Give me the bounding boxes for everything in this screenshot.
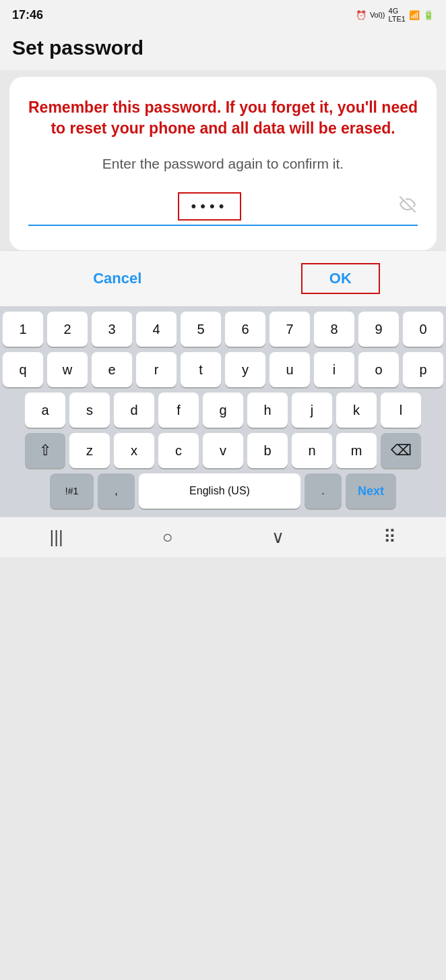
signal-icon: 📶	[409, 10, 420, 20]
key-o[interactable]: o	[358, 352, 399, 387]
key-c[interactable]: c	[158, 433, 199, 468]
key-g[interactable]: g	[203, 393, 243, 428]
symbols-key[interactable]: !#1	[50, 473, 94, 509]
key-f[interactable]: f	[158, 393, 199, 428]
key-y[interactable]: y	[225, 352, 265, 387]
key-x[interactable]: x	[114, 433, 154, 468]
back-nav-icon[interactable]: |||	[50, 527, 63, 548]
keyboard-row-numbers: 1 2 3 4 5 6 7 8 9 0	[3, 312, 443, 347]
key-r[interactable]: r	[136, 352, 177, 387]
alarm-icon: ⏰	[356, 10, 367, 20]
cancel-button[interactable]: Cancel	[66, 264, 168, 293]
key-5[interactable]: 5	[181, 312, 221, 347]
key-s[interactable]: s	[69, 393, 110, 428]
key-m[interactable]: m	[336, 433, 377, 468]
key-h[interactable]: h	[247, 393, 288, 428]
key-t[interactable]: t	[181, 352, 221, 387]
key-e[interactable]: e	[92, 352, 132, 387]
toggle-password-visibility-icon[interactable]	[397, 196, 418, 217]
comma-key[interactable]: ,	[98, 473, 135, 509]
keyboard-row-qwerty: q w e r t y u i o p	[3, 352, 443, 387]
page-title: Set password	[12, 36, 434, 59]
recents-nav-icon[interactable]: ∨	[272, 527, 284, 548]
key-w[interactable]: w	[47, 352, 88, 387]
status-icons: ⏰ Vol)) 4GLTE1 📶 🔋	[356, 7, 434, 23]
keyboard-row-bottom: !#1 , English (US) . Next	[3, 473, 443, 509]
key-q[interactable]: q	[3, 352, 43, 387]
space-key[interactable]: English (US)	[139, 473, 300, 509]
key-p[interactable]: p	[403, 352, 443, 387]
key-2[interactable]: 2	[47, 312, 88, 347]
key-7[interactable]: 7	[269, 312, 310, 347]
home-nav-icon[interactable]: ○	[162, 527, 173, 548]
ok-button[interactable]: OK	[301, 263, 380, 294]
status-time: 17:46	[12, 8, 43, 22]
backspace-key[interactable]: ⌫	[381, 433, 421, 468]
key-v[interactable]: v	[203, 433, 243, 468]
key-i[interactable]: i	[314, 352, 354, 387]
period-key[interactable]: .	[305, 473, 342, 509]
password-dots-display: ••••	[178, 192, 242, 221]
key-d[interactable]: d	[114, 393, 154, 428]
shift-key[interactable]: ⇧	[25, 433, 65, 468]
network-type-icon: 4GLTE1	[389, 7, 406, 23]
key-n[interactable]: n	[292, 433, 332, 468]
confirm-text: Enter the password again to confirm it.	[28, 154, 418, 173]
dialog-buttons: Cancel OK	[0, 250, 446, 306]
page-header: Set password	[0, 27, 446, 70]
key-z[interactable]: z	[69, 433, 110, 468]
key-0[interactable]: 0	[403, 312, 443, 347]
key-k[interactable]: k	[336, 393, 377, 428]
key-b[interactable]: b	[247, 433, 288, 468]
password-input-row: ••••	[28, 192, 418, 226]
next-key[interactable]: Next	[346, 473, 396, 509]
key-6[interactable]: 6	[225, 312, 265, 347]
nav-bar: ||| ○ ∨ ⠿	[0, 517, 446, 557]
keyboard-row-asdf: a s d f g h j k l	[3, 393, 443, 428]
keyboard: 1 2 3 4 5 6 7 8 9 0 q w e r t y u i o p …	[0, 306, 446, 517]
key-u[interactable]: u	[269, 352, 310, 387]
key-j[interactable]: j	[292, 393, 332, 428]
battery-icon: 🔋	[423, 10, 434, 20]
dialog-card: Remember this password. If you forget it…	[9, 77, 437, 250]
warning-text: Remember this password. If you forget it…	[28, 97, 418, 139]
keyboard-row-zxcv: ⇧ z x c v b n m ⌫	[3, 433, 443, 468]
status-bar: 17:46 ⏰ Vol)) 4GLTE1 📶 🔋	[0, 0, 446, 27]
key-9[interactable]: 9	[358, 312, 399, 347]
key-a[interactable]: a	[25, 393, 65, 428]
key-1[interactable]: 1	[3, 312, 43, 347]
key-3[interactable]: 3	[92, 312, 132, 347]
key-4[interactable]: 4	[136, 312, 177, 347]
apps-nav-icon[interactable]: ⠿	[383, 527, 396, 548]
volume-icon: Vol))	[370, 11, 385, 19]
key-l[interactable]: l	[381, 393, 421, 428]
key-8[interactable]: 8	[314, 312, 354, 347]
